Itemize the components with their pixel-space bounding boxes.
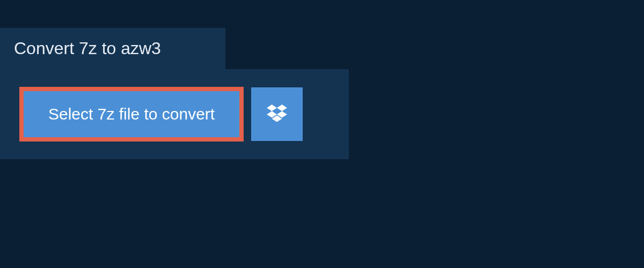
select-file-label: Select 7z file to convert <box>48 105 215 123</box>
dropbox-button[interactable] <box>251 87 303 141</box>
header-tab: Convert 7z to azw3 <box>0 28 225 69</box>
dropbox-icon <box>267 105 287 124</box>
upload-panel: Select 7z file to convert <box>0 69 349 159</box>
page-title: Convert 7z to azw3 <box>14 39 161 58</box>
select-file-button[interactable]: Select 7z file to convert <box>19 87 244 142</box>
